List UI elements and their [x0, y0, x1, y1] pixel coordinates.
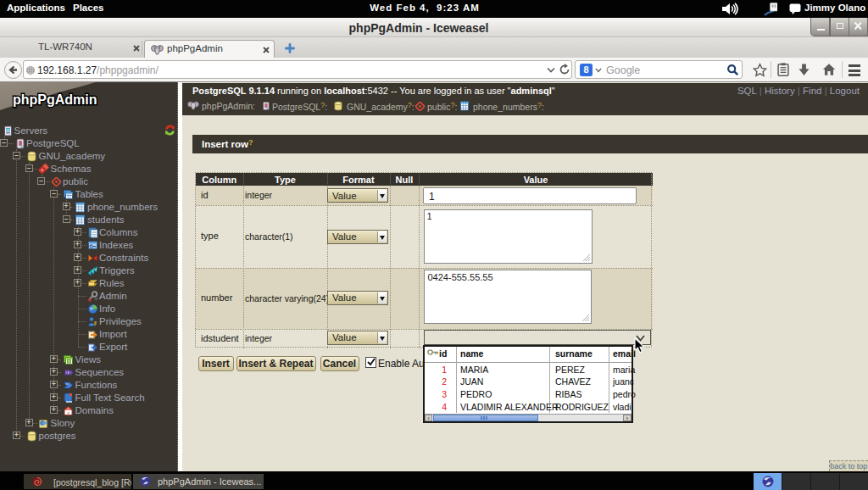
svg-text:phpPgAdmin: phpPgAdmin: [13, 92, 97, 107]
